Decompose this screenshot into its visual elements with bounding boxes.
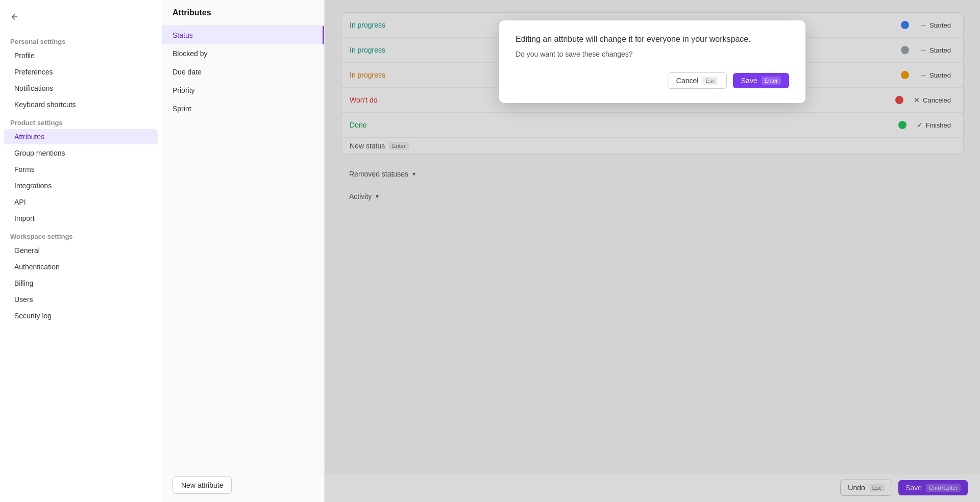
- sidebar-item-security-log[interactable]: Security log: [4, 308, 158, 323]
- attributes-panel-title: Attributes: [162, 0, 324, 26]
- sidebar-item-forms[interactable]: Forms: [4, 162, 158, 177]
- dialog-cancel-button[interactable]: Cancel Esc: [668, 72, 727, 89]
- save-hint: Enter: [762, 77, 781, 85]
- sidebar-item-integrations[interactable]: Integrations: [4, 178, 158, 193]
- sidebar-item-preferences[interactable]: Preferences: [4, 64, 158, 80]
- save-confirm-dialog: Editing an attribute will change it for …: [499, 20, 805, 103]
- attributes-footer: New attribute: [162, 468, 324, 502]
- sidebar-item-general[interactable]: General: [4, 243, 158, 258]
- dialog-title: Editing an attribute will change it for …: [516, 35, 789, 44]
- dialog-overlay: Editing an attribute will change it for …: [325, 0, 980, 502]
- sidebar-item-billing[interactable]: Billing: [4, 275, 158, 291]
- attr-item-sprint[interactable]: Sprint: [162, 99, 324, 118]
- new-attribute-button[interactable]: New attribute: [173, 476, 232, 494]
- sidebar-item-group-mentions[interactable]: Group mentions: [4, 145, 158, 161]
- dialog-actions: Cancel Esc Save Enter: [516, 72, 789, 89]
- attr-item-status[interactable]: Status: [162, 26, 324, 44]
- sidebar: Personal settings Profile Preferences No…: [0, 0, 162, 502]
- main-content: In progress → Started In progress → Star…: [325, 0, 980, 502]
- attr-item-blocked-by[interactable]: Blocked by: [162, 44, 324, 63]
- personal-settings-section: Personal settings: [0, 32, 162, 47]
- save-label: Save: [741, 77, 757, 85]
- sidebar-item-keyboard-shortcuts[interactable]: Keyboard shortcuts: [4, 97, 158, 112]
- attributes-panel: Attributes Status Blocked by Due date Pr…: [162, 0, 325, 502]
- attr-item-priority[interactable]: Priority: [162, 81, 324, 99]
- sidebar-item-notifications[interactable]: Notifications: [4, 81, 158, 96]
- sidebar-item-authentication[interactable]: Authentication: [4, 259, 158, 274]
- attr-item-due-date[interactable]: Due date: [162, 63, 324, 81]
- sidebar-item-profile[interactable]: Profile: [4, 48, 158, 63]
- workspace-settings-section: Workspace settings: [0, 227, 162, 242]
- back-button[interactable]: [0, 8, 162, 26]
- cancel-hint: Esc: [702, 77, 718, 85]
- dialog-subtitle: Do you want to save these changes?: [516, 50, 789, 58]
- sidebar-item-api[interactable]: API: [4, 194, 158, 210]
- sidebar-item-attributes[interactable]: Attributes: [4, 129, 158, 144]
- sidebar-item-import[interactable]: Import: [4, 211, 158, 226]
- cancel-label: Cancel: [676, 77, 699, 85]
- product-settings-section: Product settings: [0, 113, 162, 129]
- sidebar-item-users[interactable]: Users: [4, 292, 158, 307]
- dialog-save-button[interactable]: Save Enter: [733, 73, 789, 88]
